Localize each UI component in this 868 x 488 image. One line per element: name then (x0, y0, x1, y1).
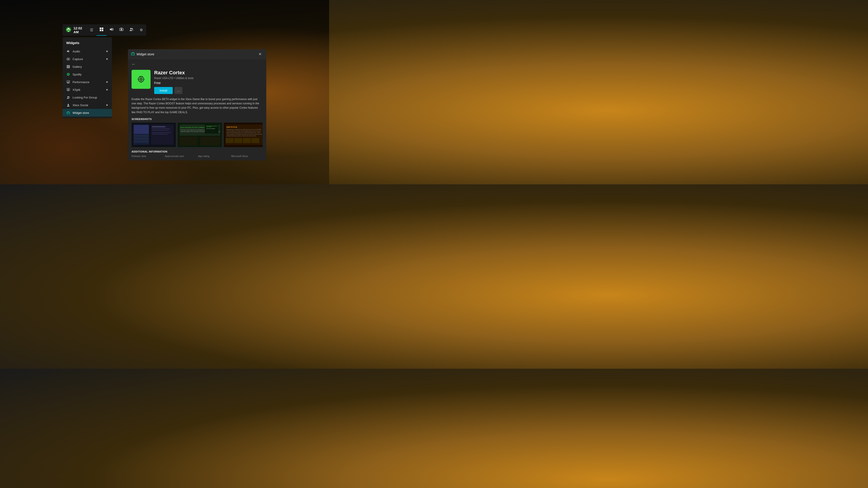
svg-text:TO PLAY games. Our Razer Corte: TO PLAY games. Our Razer Cortex widget m… (226, 130, 261, 132)
sidebar-item-lfg[interactable]: Looking For Group (63, 94, 112, 101)
capture-icon (119, 27, 123, 32)
sidebar-item-xbox-social[interactable]: Xbox Social ★ (63, 101, 112, 109)
svg-rect-71 (234, 138, 242, 143)
svg-rect-72 (243, 138, 251, 143)
sidebar-item-spotify[interactable]: Spotify (63, 70, 112, 78)
xsplit-widget-label: XSplit (72, 88, 106, 92)
widget-store-sidebar-icon (66, 111, 70, 115)
performance-star: ★ (106, 80, 108, 84)
settings-icon-btn[interactable]: ⚙ (136, 24, 146, 36)
svg-rect-25 (68, 91, 69, 91)
svg-marker-11 (67, 50, 69, 53)
back-button[interactable]: ← (131, 62, 263, 67)
info-approx-size: Approximate size (165, 155, 196, 158)
app-subtitle: Razer USA LTD • Utilities & tools (154, 76, 263, 80)
sidebar-item-xsplit[interactable]: XSplit ★ (63, 86, 112, 94)
xbox-social-widget-label: Xbox Social (72, 103, 106, 107)
svg-text:372 MB: 372 MB (207, 126, 211, 127)
social-icon-btn[interactable] (126, 24, 136, 36)
top-bar-icon-group: ☰ (87, 24, 146, 36)
screenshot-3[interactable]: PAID TO PLAY While gaming is already its… (224, 123, 263, 147)
sidebar-item-capture[interactable]: Capture ★ (63, 55, 112, 63)
screenshot-1[interactable] (131, 123, 176, 147)
svg-point-24 (68, 89, 69, 90)
modal-body: ← (128, 59, 266, 160)
svg-point-27 (68, 96, 69, 97)
modal-close-button[interactable]: ✕ (257, 51, 263, 57)
sidebar-item-performance[interactable]: Performance ★ (63, 78, 112, 86)
svg-text:Have Razer Cortex features at : Have Razer Cortex features at your finge… (180, 129, 208, 131)
screenshots-section-title: SCREENSHOTS (131, 118, 263, 121)
app-price: Free (154, 81, 263, 85)
info-store: Microsoft Store (231, 155, 263, 158)
capture-widget-icon (66, 57, 70, 61)
gallery-widget-label: Gallery (72, 65, 108, 68)
svg-rect-46 (152, 126, 165, 127)
svg-text:bonus to boost your earnings a: bonus to boost your earnings and redeem … (226, 133, 262, 135)
xbox-social-widget-icon (66, 103, 70, 107)
sidebar-item-gallery[interactable]: Gallery (63, 63, 112, 70)
audio-star: ★ (106, 50, 108, 53)
approx-size-label: Approximate size (165, 155, 196, 158)
lfg-widget-label: Looking For Group (72, 96, 108, 99)
xsplit-star: ★ (106, 88, 108, 91)
release-date-label: Release date (131, 155, 163, 158)
audio-widget-label: Audio (72, 50, 106, 53)
info-release-date: Release date (131, 155, 163, 158)
svg-rect-47 (152, 128, 170, 129)
xbox-social-star: ★ (106, 103, 108, 107)
svg-rect-45 (151, 125, 174, 145)
svg-rect-44 (134, 140, 149, 142)
sidebar-item-audio[interactable]: Audio ★ (63, 47, 112, 55)
svg-rect-2 (102, 28, 103, 29)
audio-icon-btn[interactable] (106, 24, 116, 36)
widgets-icon (99, 27, 103, 32)
top-bar: 12:02 AM ☰ (63, 24, 146, 36)
performance-widget-icon (66, 80, 70, 84)
svg-rect-73 (251, 138, 259, 143)
svg-rect-70 (225, 138, 234, 143)
svg-point-10 (132, 28, 133, 29)
screenshot-2[interactable]: EASY ACCESS TO KEY CORTEX FEATURES Have … (178, 123, 222, 147)
svg-rect-41 (134, 125, 149, 134)
capture-icon-btn[interactable] (116, 24, 126, 36)
svg-rect-8 (121, 28, 122, 29)
widget-store-modal: Widget store ✕ ← (128, 49, 266, 160)
install-button[interactable]: Install (154, 87, 173, 94)
modal-header-title: Widget store (136, 53, 257, 56)
info-age-rating: Age rating (198, 155, 229, 158)
store-label: Microsoft Store (231, 155, 263, 158)
capture-widget-label: Capture (72, 57, 106, 61)
menu-icon-btn[interactable]: ☰ (87, 24, 96, 36)
widget-store-sidebar-label: Widget store (72, 111, 108, 115)
screenshots-row: EASY ACCESS TO KEY CORTEX FEATURES Have … (131, 123, 263, 147)
svg-rect-30 (131, 53, 134, 55)
svg-rect-16 (68, 66, 69, 66)
performance-widget-label: Performance (72, 80, 106, 84)
modal-header: Widget store ✕ (128, 49, 266, 59)
info-grid: Release date Approximate size Age rating… (131, 155, 263, 158)
svg-rect-1 (100, 28, 101, 29)
menu-icon: ☰ (90, 28, 93, 32)
spotify-widget-icon (66, 72, 70, 76)
widgets-icon-btn[interactable] (96, 24, 106, 36)
xbox-logo (65, 26, 72, 34)
more-options-button[interactable]: ... (175, 87, 182, 94)
svg-marker-5 (110, 28, 112, 31)
spotify-widget-label: Spotify (72, 73, 108, 76)
back-arrow-icon: ← (131, 62, 135, 67)
svg-rect-18 (68, 67, 69, 68)
svg-rect-21 (68, 83, 69, 83)
svg-rect-42 (134, 135, 149, 137)
svg-rect-22 (67, 83, 69, 84)
app-name: Razer Cortex (154, 70, 263, 76)
svg-text:latest and upcoming games you : latest and upcoming games you can earn R… (226, 132, 260, 133)
svg-rect-29 (67, 112, 70, 114)
svg-text:including Razer gear, games, e: including Razer gear, games, exclusive g… (226, 135, 256, 136)
sidebar-item-widget-store[interactable]: Widget store (63, 109, 112, 117)
gallery-widget-icon (66, 65, 70, 69)
audio-widget-icon (66, 49, 70, 53)
svg-point-26 (67, 96, 68, 97)
svg-rect-3 (100, 30, 101, 31)
svg-point-28 (68, 104, 69, 105)
